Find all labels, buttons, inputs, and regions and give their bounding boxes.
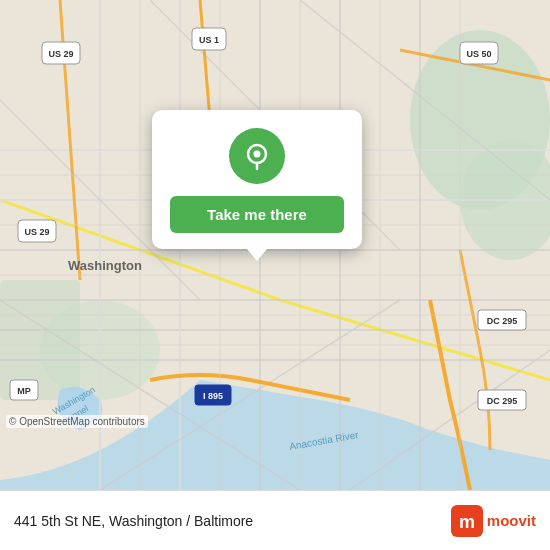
svg-text:US 50: US 50 bbox=[466, 49, 491, 59]
svg-text:MP: MP bbox=[17, 386, 31, 396]
bottom-bar: 441 5th St NE, Washington / Baltimore m … bbox=[0, 490, 550, 550]
svg-point-58 bbox=[254, 151, 261, 158]
location-pin-icon bbox=[242, 141, 272, 171]
map-attribution: © OpenStreetMap contributors bbox=[6, 415, 148, 428]
svg-text:DC 295: DC 295 bbox=[487, 316, 518, 326]
moovit-logo: m moovit bbox=[451, 505, 536, 537]
location-icon-container bbox=[229, 128, 285, 184]
svg-text:Washington: Washington bbox=[68, 258, 142, 273]
take-me-there-button[interactable]: Take me there bbox=[170, 196, 344, 233]
svg-text:US 29: US 29 bbox=[48, 49, 73, 59]
moovit-icon: m bbox=[451, 505, 483, 537]
svg-text:US 29: US 29 bbox=[24, 227, 49, 237]
location-popup: Take me there bbox=[152, 110, 362, 249]
svg-text:US 1: US 1 bbox=[199, 35, 219, 45]
map-container: US 29 US 1 US 50 US 29 I 895 DC 295 DC 2… bbox=[0, 0, 550, 490]
moovit-brand-text: moovit bbox=[487, 512, 536, 529]
svg-text:m: m bbox=[459, 512, 475, 532]
svg-text:DC 295: DC 295 bbox=[487, 396, 518, 406]
svg-text:I 895: I 895 bbox=[203, 391, 223, 401]
address-label: 441 5th St NE, Washington / Baltimore bbox=[14, 513, 443, 529]
